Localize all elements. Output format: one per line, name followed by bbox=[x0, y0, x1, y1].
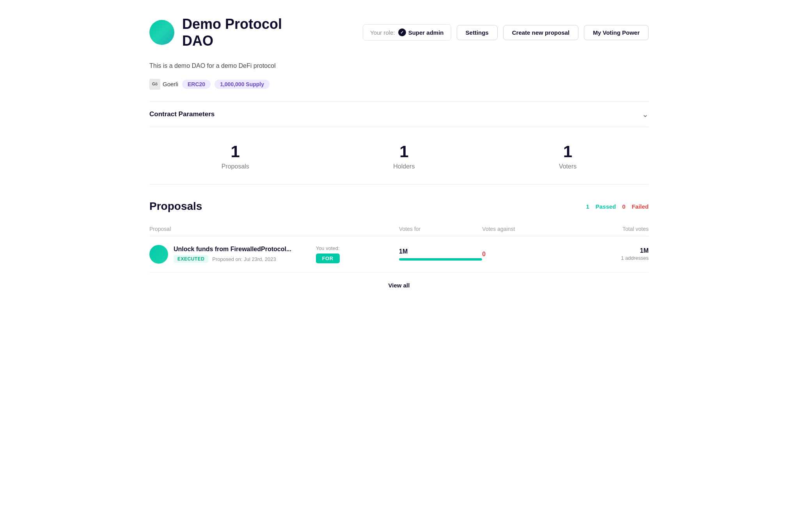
passed-label: Passed bbox=[596, 203, 616, 210]
page-header: Demo Protocol DAO Your role: ✓ Super adm… bbox=[149, 16, 649, 49]
chevron-down-icon: ⌄ bbox=[642, 110, 649, 119]
create-proposal-button[interactable]: Create new proposal bbox=[503, 25, 579, 40]
total-votes-number: 1M bbox=[566, 247, 649, 254]
role-value: ✓ Super admin bbox=[398, 28, 444, 36]
votes-for-bar bbox=[399, 258, 482, 261]
table-header: Proposal Votes for Votes against Total v… bbox=[149, 222, 649, 236]
dao-description: This is a demo DAO for a demo DeFi proto… bbox=[149, 61, 649, 71]
col-header-proposal: Proposal bbox=[149, 226, 316, 232]
dao-tags: Gö Goerli ERC20 1,000,000 Supply bbox=[149, 79, 649, 90]
voters-count: 1 bbox=[559, 143, 576, 161]
voted-for-badge: FOR bbox=[316, 254, 340, 263]
total-votes-cell: 1M 1 addresses bbox=[566, 247, 649, 261]
proposal-cell: Unlock funds from FirewalledProtocol... … bbox=[149, 245, 316, 264]
col-header-votes-against: Votes against bbox=[482, 226, 565, 232]
header-actions: Your role: ✓ Super admin Settings Create… bbox=[363, 24, 649, 41]
proposals-count: 1 bbox=[222, 143, 249, 161]
erc20-tag: ERC20 bbox=[182, 80, 211, 89]
votes-against-number: 0 bbox=[482, 251, 486, 257]
col-header-voted bbox=[316, 226, 399, 232]
contract-params-section[interactable]: Contract Parameters ⌄ bbox=[149, 101, 649, 127]
stat-voters: 1 Voters bbox=[559, 143, 576, 170]
holders-count: 1 bbox=[393, 143, 415, 161]
votes-for-number: 1M bbox=[399, 248, 482, 255]
stat-holders: 1 Holders bbox=[393, 143, 415, 170]
you-voted-label: You voted: bbox=[316, 245, 340, 251]
col-header-total-votes: Total votes bbox=[566, 226, 649, 232]
total-addresses: 1 addresses bbox=[621, 255, 649, 261]
stat-proposals: 1 Proposals bbox=[222, 143, 249, 170]
proposal-meta: EXECUTED Proposed on: Jul 23rd, 2023 bbox=[174, 255, 291, 263]
holders-label: Holders bbox=[393, 163, 415, 170]
col-header-votes-for: Votes for bbox=[399, 226, 482, 232]
role-prefix: Your role: bbox=[370, 29, 395, 36]
proposal-icon bbox=[149, 245, 168, 264]
proposals-section: Proposals 1 Passed 0 Failed Proposal Vot… bbox=[149, 200, 649, 298]
proposals-header: Proposals 1 Passed 0 Failed bbox=[149, 200, 649, 213]
table-row[interactable]: Unlock funds from FirewalledProtocol... … bbox=[149, 236, 649, 273]
view-all-button[interactable]: View all bbox=[388, 282, 410, 289]
votes-for-fill bbox=[399, 258, 482, 261]
network-icon: Gö bbox=[149, 79, 160, 90]
view-all-row: View all bbox=[149, 273, 649, 298]
proposal-name: Unlock funds from FirewalledProtocol... bbox=[174, 246, 291, 253]
network-label: Goerli bbox=[163, 81, 178, 87]
stats-row: 1 Proposals 1 Holders 1 Voters bbox=[149, 143, 649, 184]
votes-for-cell: 1M bbox=[399, 248, 482, 261]
network-tag: Gö Goerli bbox=[149, 79, 178, 90]
passed-count: 1 bbox=[586, 203, 589, 210]
voted-cell: You voted: FOR bbox=[316, 245, 399, 263]
failed-count: 0 bbox=[622, 203, 625, 210]
settings-button[interactable]: Settings bbox=[457, 25, 498, 40]
proposals-title: Proposals bbox=[149, 200, 202, 213]
proposals-label: Proposals bbox=[222, 163, 249, 170]
proposed-date: Proposed on: Jul 23rd, 2023 bbox=[212, 256, 276, 262]
supply-tag: 1,000,000 Supply bbox=[215, 80, 270, 89]
dao-identity: Demo Protocol DAO bbox=[149, 16, 282, 49]
proposals-summary: 1 Passed 0 Failed bbox=[586, 203, 649, 210]
executed-badge: EXECUTED bbox=[174, 255, 208, 263]
proposals-table: Proposal Votes for Votes against Total v… bbox=[149, 222, 649, 273]
voters-label: Voters bbox=[559, 163, 576, 170]
check-circle-icon: ✓ bbox=[398, 28, 406, 36]
contract-params-label: Contract Parameters bbox=[149, 110, 215, 118]
votes-against-cell: 0 bbox=[482, 251, 565, 258]
role-badge: Your role: ✓ Super admin bbox=[363, 24, 451, 41]
dao-title: Demo Protocol DAO bbox=[182, 16, 282, 49]
dao-logo bbox=[149, 20, 174, 45]
voting-power-button[interactable]: My Voting Power bbox=[584, 25, 649, 40]
proposal-info: Unlock funds from FirewalledProtocol... … bbox=[174, 246, 291, 263]
failed-label: Failed bbox=[632, 203, 649, 210]
